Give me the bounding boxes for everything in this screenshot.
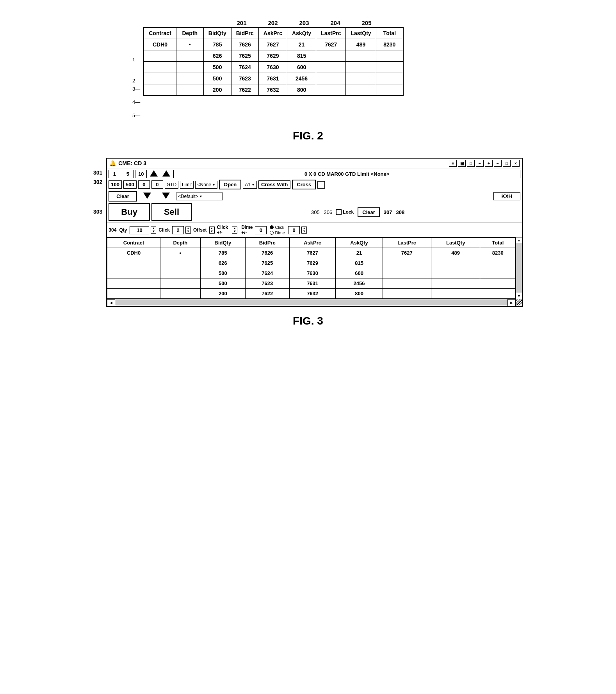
fig2-col-labels: 201 202 203 204 205 <box>195 20 484 26</box>
fig2-data-row: 20076227632800 <box>144 84 403 96</box>
click-spinner2[interactable]: ▲ ▼ <box>301 227 307 234</box>
fig3-cell-r2-c4: 7630 <box>289 268 336 278</box>
btn-grid[interactable]: ▣ <box>458 160 466 167</box>
fig3-cell-r3-c1 <box>160 278 200 289</box>
radio-click-dime: Click Dime <box>270 225 285 235</box>
dime-input[interactable]: 0 <box>255 226 267 234</box>
h-scroll-track[interactable] <box>115 299 507 305</box>
triangle-down-2[interactable] <box>162 193 170 200</box>
num308: 308 <box>396 209 405 215</box>
fig3-cell-r4-c1 <box>160 289 200 299</box>
fig2-cell-r0-c4: 7627 <box>258 39 287 50</box>
quick-size-10[interactable]: 10 <box>135 170 147 178</box>
a1-dropdown[interactable]: A1 ▼ <box>243 181 257 189</box>
btn-maximize[interactable]: □ <box>503 160 511 167</box>
fig3-cell-r2-c8 <box>480 268 516 278</box>
fig2-cell-r4-c2: 200 <box>203 84 231 96</box>
cross-checkbox[interactable] <box>317 181 325 189</box>
qty-spinner[interactable]: ▲ ▼ <box>151 227 156 234</box>
none-dropdown[interactable]: <None ▼ <box>195 181 217 189</box>
fig3-cell-r4-c4: 7632 <box>289 289 336 299</box>
zero-input-1[interactable]: 0 <box>138 180 150 189</box>
vertical-scrollbar[interactable]: ▲ ▼ <box>516 237 522 299</box>
btn-menu[interactable]: ≡ <box>449 160 457 167</box>
th-total: Total <box>480 238 516 248</box>
fig3-cell-r3-c4: 7631 <box>289 278 336 289</box>
col-lastprc: LastPrc <box>316 27 346 39</box>
qty-down[interactable]: ▼ <box>151 230 156 233</box>
click-down2[interactable]: ▼ <box>302 230 306 233</box>
label-304: 304 <box>109 227 116 233</box>
row-label-5: 5— <box>132 109 141 122</box>
quick-size-5[interactable]: 5 <box>122 170 134 178</box>
num307: 307 <box>384 209 392 215</box>
size-500[interactable]: 500 <box>123 180 137 189</box>
radio-click-circle[interactable] <box>270 225 274 229</box>
label-301: 301 <box>93 169 102 176</box>
btn-minimize[interactable]: − <box>494 160 502 167</box>
clear-button-305[interactable]: Clear <box>358 207 380 217</box>
dime-spinner[interactable]: ▲ ▼ <box>232 227 237 234</box>
click-pm-down[interactable]: ▼ <box>210 230 214 233</box>
clear-button-301[interactable]: Clear <box>109 191 137 202</box>
fig3-cell-r0-c3: 7626 <box>245 248 289 258</box>
scroll-right-arrow[interactable]: ► <box>507 299 516 306</box>
fig2-cell-r4-c0 <box>144 84 176 96</box>
triangle-up-2[interactable] <box>162 170 170 178</box>
fig3-data-row: 20076227632800 <box>107 289 516 299</box>
fig2-cell-r1-c3: 7625 <box>231 50 258 62</box>
sell-button[interactable]: Sell <box>151 203 192 221</box>
qty-input[interactable]: 10 <box>130 226 149 234</box>
click-pm-spinner[interactable]: ▲ ▼ <box>209 227 215 234</box>
fig2-cell-r3-c7 <box>346 73 376 84</box>
buy-button[interactable]: Buy <box>109 203 150 221</box>
lock-checkbox[interactable] <box>336 209 342 215</box>
fig3-cell-r1-c8 <box>480 258 516 268</box>
offset-down[interactable]: ▼ <box>186 230 190 233</box>
offset-input[interactable]: 2 <box>172 226 184 234</box>
radio-click-label: Click <box>275 225 284 230</box>
zero-input-2[interactable]: 0 <box>151 180 163 189</box>
quick-size-1[interactable]: 1 <box>109 170 120 178</box>
triangle-down-1[interactable] <box>143 193 151 200</box>
default-dropdown[interactable]: <Default> ▼ <box>176 193 223 200</box>
gtd-dropdown[interactable]: GTD <box>165 181 178 189</box>
btn-restore[interactable]: □ <box>467 160 475 167</box>
fig2-cell-r4-c5: 800 <box>287 84 316 96</box>
radio-click[interactable]: Click <box>270 225 285 230</box>
triangle-up-1[interactable] <box>150 170 158 178</box>
open-button[interactable]: Open <box>219 180 241 189</box>
btn-plus[interactable]: + <box>485 160 493 167</box>
size-100[interactable]: 100 <box>109 180 122 189</box>
fig2-data-row: CDH0•785762676272176274898230 <box>144 39 403 50</box>
titlebar-buttons[interactable]: ≡ ▣ □ − + − □ × <box>449 160 520 167</box>
radio-dime[interactable]: Dime <box>270 230 285 235</box>
resize-corner[interactable] <box>516 299 522 305</box>
row-label-3: 3— <box>132 82 141 95</box>
scroll-down[interactable]: ▼ <box>516 293 522 299</box>
fig3-cell-r4-c3: 7622 <box>245 289 289 299</box>
window-title: CME: CD 3 <box>118 160 146 166</box>
fig2-cell-r1-c4: 7629 <box>258 50 287 62</box>
radio-dime-circle[interactable] <box>270 231 274 235</box>
offset-spinner[interactable]: ▲ ▼ <box>185 227 191 234</box>
lock-checkbox-container[interactable]: Lock <box>336 209 354 215</box>
fig2-data-row: 500762376312456 <box>144 73 403 84</box>
fig3-cell-r1-c0 <box>107 258 160 268</box>
bottom-scrollbar[interactable]: ◄ ► <box>107 299 522 306</box>
scroll-up[interactable]: ▲ <box>516 237 522 243</box>
scroll-track[interactable] <box>516 243 522 293</box>
click-value2[interactable]: 0 <box>288 226 300 234</box>
fig2-cell-r2-c8 <box>376 62 403 73</box>
order-info: 0 X 0 CD MAR00 GTD Limit <None> <box>173 170 520 178</box>
fig2-cell-r4-c8 <box>376 84 403 96</box>
table-header-row: Contract Depth BidQty BidPrc AskPrc AskQ… <box>107 238 516 248</box>
limit-dropdown[interactable]: Limit <box>180 181 194 189</box>
dime-down[interactable]: ▼ <box>232 230 237 233</box>
scroll-left-arrow[interactable]: ◄ <box>107 299 115 306</box>
btn-close[interactable]: × <box>512 160 520 167</box>
fig3-cell-r0-c5: 21 <box>336 248 383 258</box>
btn-minus[interactable]: − <box>476 160 484 167</box>
col-label-205: 205 <box>351 20 382 26</box>
cross-button[interactable]: Cross <box>292 180 316 189</box>
